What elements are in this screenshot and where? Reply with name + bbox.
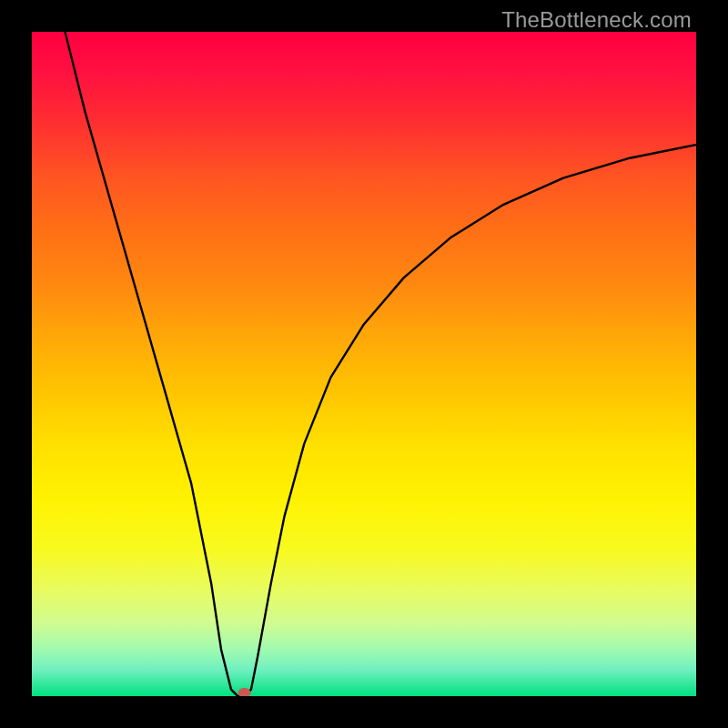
curve-svg <box>32 32 696 696</box>
watermark-text: TheBottleneck.com <box>501 7 692 33</box>
plot-area <box>32 32 696 696</box>
minimum-marker <box>238 688 251 696</box>
bottleneck-curve <box>66 32 697 696</box>
chart-frame: TheBottleneck.com <box>0 0 728 728</box>
